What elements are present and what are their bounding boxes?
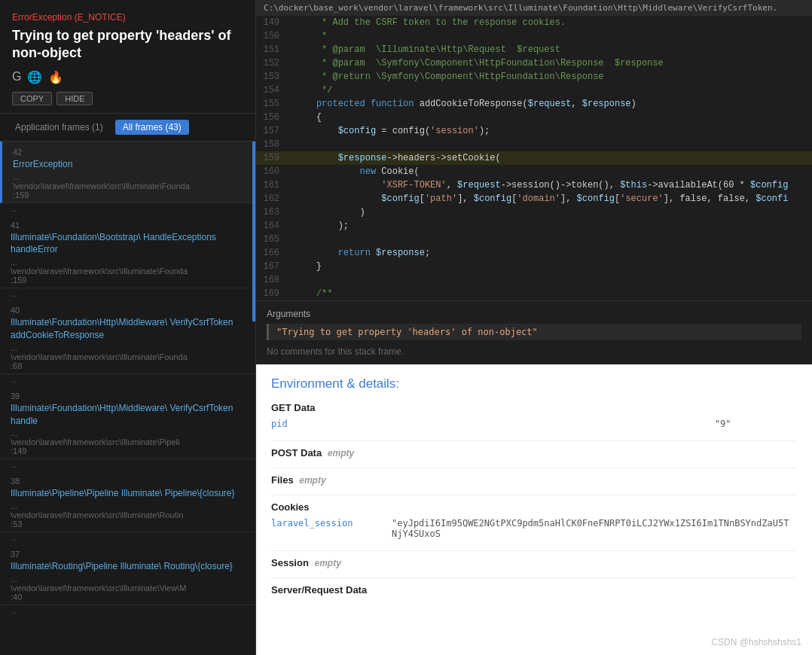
env-key: laravel_session <box>271 516 392 541</box>
line-number: 162 <box>256 192 288 206</box>
frame-path: ...\vendor\laravel\framework\src\Illumin… <box>13 172 245 200</box>
env-title: Environment & details: <box>271 376 797 391</box>
cookies-group: Cookies laravel_session"eyJpdiI6Im95QWE2… <box>271 501 797 541</box>
line-code: 'XSRF-TOKEN', $request->session()->token… <box>288 178 812 192</box>
code-section: C:\docker\base_work\vendor\laravel\frame… <box>256 0 812 364</box>
frame-path: ...\vendor\laravel\framework\src\Illumin… <box>11 501 245 529</box>
tab-app-frames[interactable]: Application frames (1) <box>8 120 111 135</box>
line-number: 151 <box>256 43 288 56</box>
line-number: 153 <box>256 70 288 84</box>
line-number: 161 <box>256 178 288 192</box>
line-number: 154 <box>256 84 288 97</box>
frame-title: Illuminate\Foundation\Bootstrap\ HandleE… <box>11 231 245 257</box>
frames-list[interactable]: 42 ErrorException ...\vendor\laravel\fra… <box>0 142 255 655</box>
line-number: 164 <box>256 219 288 233</box>
hide-button[interactable]: HIDE <box>56 92 93 105</box>
line-code: $response->headers->setCookie( <box>288 151 812 165</box>
line-code: } <box>288 260 812 273</box>
frame-item[interactable]: 39 Illuminate\Foundation\Http\Middleware… <box>0 385 255 460</box>
so-icon[interactable]: 🔥 <box>48 70 63 84</box>
line-code: * Add the CSRF token to the response coo… <box>288 16 812 29</box>
files-group: Files empty <box>271 474 797 486</box>
code-filepath: C:\docker\base_work\vendor\laravel\frame… <box>256 0 812 16</box>
argument-value: "Trying to get property 'headers' of non… <box>267 324 801 340</box>
line-code <box>288 138 812 151</box>
line-number: 163 <box>256 206 288 219</box>
tab-all-frames[interactable]: All frames (43) <box>115 120 189 135</box>
line-number: 157 <box>256 124 288 138</box>
line-code: $config = config('session'); <box>288 124 812 138</box>
frame-title: Illuminate\Routing\Pipeline Illuminate\ … <box>11 560 245 573</box>
line-number: 166 <box>256 246 288 260</box>
line-code: * @return \Symfony\Component\HttpFoundat… <box>288 70 812 84</box>
frame-dots: ... <box>0 459 255 471</box>
line-code: /** <box>288 287 812 300</box>
google-icon[interactable]: G <box>12 70 21 84</box>
frame-title: Illuminate\Foundation\Http\Middleware\ V… <box>11 402 245 428</box>
frame-dots: ... <box>0 288 255 300</box>
line-code <box>288 273 812 287</box>
frame-path: ...\vendor\laravel\framework\src\Illumin… <box>11 428 245 455</box>
copy-button[interactable]: COPY <box>12 92 52 105</box>
line-code: * @param \Illuminate\Http\Request $reque… <box>288 43 812 56</box>
get-data-group: GET Data pid"9" <box>271 402 797 431</box>
env-val: "eyJpdiI6Im95QWE2NGtPXC9pdm5naHlCK0FneFN… <box>392 516 797 541</box>
line-number: 159 <box>256 151 288 165</box>
get-data-table: pid"9" <box>271 416 797 431</box>
frame-item[interactable]: 41 Illuminate\Foundation\Bootstrap\ Hand… <box>0 215 255 289</box>
frame-item[interactable]: 42 ErrorException ...\vendor\laravel\fra… <box>0 142 255 203</box>
session-group: Session empty <box>271 557 797 568</box>
right-panel: C:\docker\base_work\vendor\laravel\frame… <box>256 0 812 655</box>
frame-dots: ... <box>0 203 255 215</box>
session-title: Session empty <box>271 557 797 568</box>
error-message: Trying to get property 'headers' of non-… <box>12 27 243 62</box>
cookies-table: laravel_session"eyJpdiI6Im95QWE2NGtPXC9p… <box>271 516 797 541</box>
frame-item[interactable]: 40 Illuminate\Foundation\Http\Middleware… <box>0 300 255 374</box>
left-panel: ErrorException (E_NOTICE) Trying to get … <box>0 0 256 655</box>
frame-number: 38 <box>11 477 245 486</box>
frame-number: 42 <box>13 148 245 157</box>
line-code: * <box>288 29 812 43</box>
line-number: 156 <box>256 111 288 124</box>
frame-path: ...\vendor\laravel\framework\src\Illumin… <box>11 257 245 285</box>
frame-item[interactable]: 38 Illuminate\Pipeline\Pipeline Illumina… <box>0 471 255 532</box>
line-number: 152 <box>256 56 288 70</box>
cookies-row: laravel_session"eyJpdiI6Im95QWE2NGtPXC9p… <box>271 516 797 541</box>
line-number: 165 <box>256 233 288 246</box>
env-section[interactable]: Environment & details: GET Data pid"9" P… <box>256 364 812 655</box>
frame-dots: ... <box>0 605 255 617</box>
get-data-row: pid"9" <box>271 416 797 431</box>
frame-number: 41 <box>11 221 245 230</box>
frame-item[interactable]: 37 Illuminate\Routing\Pipeline Illuminat… <box>0 544 255 605</box>
code-body[interactable]: 149 * Add the CSRF token to the response… <box>256 16 812 300</box>
line-code: protected function addCookieToResponse($… <box>288 97 812 111</box>
cookies-title: Cookies <box>271 501 797 513</box>
error-actions: COPY HIDE <box>12 92 243 105</box>
line-code <box>288 233 812 246</box>
line-number: 167 <box>256 260 288 273</box>
line-code: $config['path'], $config['domain'], $con… <box>288 192 812 206</box>
watermark: CSDN @hshshshshs1 <box>711 637 801 647</box>
line-code: return $response; <box>288 246 812 260</box>
server-request-title: Server/Request Data <box>271 584 797 596</box>
arguments-section: Arguments "Trying to get property 'heade… <box>256 300 812 364</box>
frame-number: 37 <box>11 550 245 559</box>
frame-dots: ... <box>0 532 255 544</box>
line-code: ); <box>288 219 812 233</box>
frame-title: Illuminate\Foundation\Http\Middleware\ V… <box>11 316 245 342</box>
wiki-icon[interactable]: 🌐 <box>27 70 42 84</box>
frame-number: 40 <box>11 306 245 315</box>
line-code: { <box>288 111 812 124</box>
line-code: */ <box>288 84 812 97</box>
line-code: ) <box>288 206 812 219</box>
line-number: 149 <box>256 16 288 29</box>
post-data-group: POST Data empty <box>271 447 797 458</box>
error-header: ErrorException (E_NOTICE) Trying to get … <box>0 0 255 114</box>
files-title: Files empty <box>271 474 797 486</box>
line-number: 150 <box>256 29 288 43</box>
frames-tabs: Application frames (1) All frames (43) <box>0 114 255 142</box>
no-comments: No comments for this stack frame. <box>267 346 801 357</box>
line-number: 168 <box>256 273 288 287</box>
error-type: ErrorException (E_NOTICE) <box>12 12 243 23</box>
server-request-group: Server/Request Data <box>271 584 797 596</box>
